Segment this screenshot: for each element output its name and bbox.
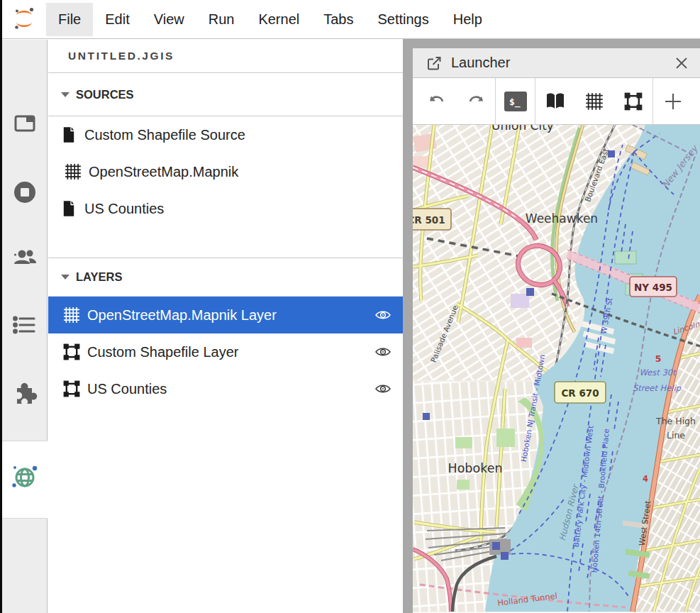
running-kernels-icon[interactable] (2, 178, 47, 206)
menu-view[interactable]: View (142, 3, 196, 36)
source-item-openstreetmap[interactable]: OpenStreetMap.Mapnik (48, 153, 403, 190)
map-label-union-city: Union City (491, 125, 554, 133)
document-title: UNTITLED.JGIS (48, 40, 403, 73)
source-item-label: US Counties (84, 201, 164, 217)
svg-text:$_: $_ (509, 96, 521, 108)
raster-grid-icon (63, 306, 80, 324)
menu-settings[interactable]: Settings (365, 3, 440, 36)
map-toolbar: $_ (413, 78, 700, 125)
layer-label: OpenStreetMap.Mapnik Layer (87, 307, 277, 324)
caret-down-icon (61, 92, 70, 97)
visibility-eye-icon[interactable] (374, 383, 393, 394)
activity-bar (2, 40, 48, 613)
launcher-external-icon (426, 55, 443, 72)
jupytergis-globe-icon[interactable] (2, 462, 47, 492)
vector-polygon-icon (63, 343, 80, 360)
source-item-custom-shapefile[interactable]: Custom Shapefile Source (48, 116, 403, 153)
raster-grid-icon (65, 163, 82, 180)
map-label-hoboken: Hoboken (448, 461, 502, 475)
plus-icon[interactable] (653, 83, 692, 120)
shield-ny495-label: NY 495 (634, 282, 672, 293)
vector-polygon-icon (63, 380, 80, 397)
terminal-icon[interactable]: $_ (496, 83, 535, 120)
jupyter-logo-icon (2, 0, 46, 39)
layer-row-us-counties[interactable]: US Counties (48, 370, 403, 407)
menu-tabs[interactable]: Tabs (311, 3, 365, 36)
map-label-route-5: 5 (655, 353, 662, 364)
visibility-eye-icon[interactable] (374, 346, 393, 358)
source-item-label: Custom Shapefile Source (84, 127, 245, 143)
visibility-eye-icon[interactable] (374, 309, 393, 321)
window-left-edge (0, 0, 2, 613)
layer-label: Custom Shapefile Layer (87, 344, 238, 360)
menu-run[interactable]: Run (196, 3, 247, 36)
new-vector-layer-icon[interactable] (613, 83, 652, 120)
panel-divider[interactable] (403, 39, 413, 613)
sources-section-header[interactable]: SOURCES (48, 73, 403, 116)
source-item-us-counties[interactable]: US Counties (48, 190, 403, 227)
shield-cr670-label: CR 670 (561, 387, 599, 399)
sources-header-label: SOURCES (76, 88, 134, 101)
file-icon (60, 126, 77, 143)
tab-launcher-label[interactable]: Launcher (451, 55, 510, 71)
layer-row-openstreetmap[interactable]: OpenStreetMap.Mapnik Layer (48, 297, 403, 333)
layers-section-header[interactable]: LAYERS (48, 258, 403, 297)
redo-icon[interactable] (456, 83, 495, 120)
undo-icon[interactable] (417, 83, 456, 120)
map-canvas[interactable]: Union City Weehawken Hoboken Hudson Rive… (413, 125, 700, 612)
table-of-contents-icon[interactable] (2, 311, 47, 338)
folder-icon[interactable] (2, 111, 47, 136)
openstreetmap-view: Union City Weehawken Hoboken Hudson Rive… (413, 125, 700, 612)
main-dock: Launcher (413, 39, 700, 613)
map-label-high-line-1: The High (655, 416, 696, 426)
map-label-route-4: 4 (643, 474, 648, 484)
open-book-icon[interactable] (535, 83, 574, 120)
menu-edit[interactable]: Edit (93, 3, 141, 36)
new-raster-layer-icon[interactable] (574, 83, 613, 120)
map-label-high-line-2: Line (667, 430, 685, 441)
source-item-label: OpenStreetMap.Mapnik (89, 164, 238, 180)
file-icon (60, 200, 77, 217)
layer-row-custom-shapefile[interactable]: Custom Shapefile Layer (48, 333, 403, 370)
menu-kernel[interactable]: Kernel (246, 3, 311, 36)
menu-items: File Edit View Run Kernel Tabs Settings … (46, 0, 494, 38)
jupyterlab-window: File Edit View Run Kernel Tabs Settings … (0, 0, 700, 613)
menu-help[interactable]: Help (441, 3, 494, 36)
dock-strip (413, 39, 700, 48)
close-icon[interactable] (674, 56, 689, 70)
jupytergis-left-panel: UNTITLED.JGIS SOURCES Custom Shapefile S… (48, 40, 403, 613)
map-label-weehawken: Weehawken (526, 211, 598, 226)
map-label-heliport-1: West 30t (639, 368, 677, 377)
layer-label: US Counties (87, 381, 167, 397)
layers-header-label: LAYERS (76, 270, 122, 284)
menu-file[interactable]: File (46, 3, 93, 36)
map-label-heliport-2: Street Helip (633, 383, 682, 393)
extensions-puzzle-icon[interactable] (2, 378, 47, 407)
menubar: File Edit View Run Kernel Tabs Settings … (2, 0, 700, 39)
tab-bar: Launcher (413, 48, 700, 78)
shield-cr501-label: CR 501 (413, 214, 445, 226)
collaboration-users-icon[interactable] (2, 244, 47, 272)
caret-down-icon (61, 275, 70, 280)
